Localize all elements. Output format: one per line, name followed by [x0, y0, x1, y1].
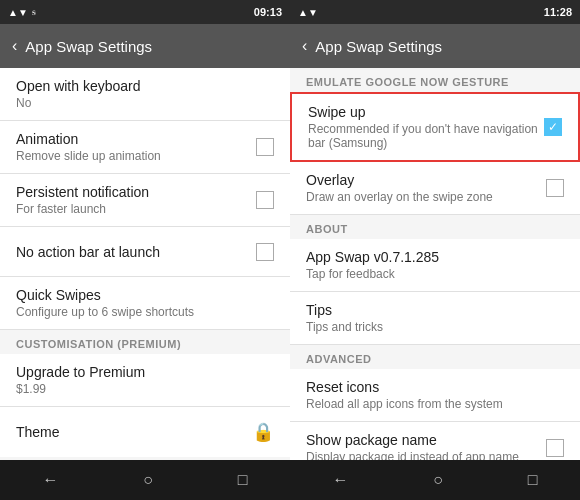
left-back-nav[interactable]: ←	[42, 471, 58, 489]
left-item-notification-subtitle: For faster launch	[16, 202, 256, 216]
left-item-notification-content: Persistent notification For faster launc…	[16, 184, 256, 216]
right-app-bar: ‹ App Swap Settings	[290, 24, 580, 68]
right-item-reset-icons-content: Reset icons Reload all app icons from th…	[306, 379, 564, 411]
left-settings-list: Open with keyboard No Animation Remove s…	[0, 68, 290, 460]
left-time: 09:13	[254, 6, 282, 18]
right-item-reset-icons-subtitle: Reload all app icons from the system	[306, 397, 564, 411]
left-app-bar: ‹ App Swap Settings	[0, 24, 290, 68]
signal-icon: ▲▼	[8, 7, 28, 18]
right-back-button[interactable]: ‹	[302, 37, 307, 55]
left-item-keyboard[interactable]: Open with keyboard No	[0, 68, 290, 121]
right-item-overlay[interactable]: Overlay Draw an overlay on the swipe zon…	[290, 162, 580, 215]
right-home-nav[interactable]: ○	[433, 471, 443, 489]
right-item-package-name-checkbox[interactable]	[546, 439, 564, 457]
right-item-appswap-version-title: App Swap v0.7.1.285	[306, 249, 564, 265]
left-section-premium: CUSTOMISATION (PREMIUM)	[0, 330, 290, 354]
left-item-quick-swipes-title: Quick Swipes	[16, 287, 274, 303]
right-item-overlay-subtitle: Draw an overlay on the swipe zone	[306, 190, 546, 204]
left-item-quick-swipes-subtitle: Configure up to 6 swipe shortcuts	[16, 305, 274, 319]
left-item-notification-checkbox[interactable]	[256, 191, 274, 209]
left-item-upgrade-content: Upgrade to Premium $1.99	[16, 364, 274, 396]
right-item-swipe-up-content: Swipe up Recommended if you don't have n…	[308, 104, 544, 150]
left-nav-bar: ← ○ □	[0, 460, 290, 500]
right-item-reset-icons[interactable]: Reset icons Reload all app icons from th…	[290, 369, 580, 422]
left-item-theme-content: Theme	[16, 424, 252, 440]
right-panel: ▲▼ 11:28 ‹ App Swap Settings EMULATE GOO…	[290, 0, 580, 500]
right-item-package-name-content: Show package name Display package id ins…	[306, 432, 546, 460]
right-item-tips-title: Tips	[306, 302, 564, 318]
right-item-package-name[interactable]: Show package name Display package id ins…	[290, 422, 580, 460]
right-item-overlay-content: Overlay Draw an overlay on the swipe zon…	[306, 172, 546, 204]
right-item-package-name-title: Show package name	[306, 432, 546, 448]
right-time: 11:28	[544, 6, 572, 18]
left-item-theme-title: Theme	[16, 424, 252, 440]
right-item-swipe-up-subtitle: Recommended if you don't have navigation…	[308, 122, 544, 150]
right-item-package-name-subtitle: Display package id instead of app name	[306, 450, 546, 460]
left-item-no-action-bar-checkbox[interactable]	[256, 243, 274, 261]
right-item-appswap-version-subtitle: Tap for feedback	[306, 267, 564, 281]
left-item-keyboard-title: Open with keyboard	[16, 78, 274, 94]
left-item-animation[interactable]: Animation Remove slide up animation	[0, 121, 290, 174]
left-home-nav[interactable]: ○	[143, 471, 153, 489]
sim-icon: ᵴ	[32, 6, 36, 18]
lock-icon: 🔒	[252, 421, 274, 443]
left-item-keyboard-content: Open with keyboard No	[16, 78, 274, 110]
right-item-tips[interactable]: Tips Tips and tricks	[290, 292, 580, 345]
left-item-animation-checkbox[interactable]	[256, 138, 274, 156]
right-item-swipe-up-checkbox[interactable]: ✓	[544, 118, 562, 136]
left-item-quick-swipes-content: Quick Swipes Configure up to 6 swipe sho…	[16, 287, 274, 319]
left-app-bar-title: App Swap Settings	[25, 38, 152, 55]
left-item-quick-swipes[interactable]: Quick Swipes Configure up to 6 swipe sho…	[0, 277, 290, 330]
right-status-bar: ▲▼ 11:28	[290, 0, 580, 24]
left-item-upgrade[interactable]: Upgrade to Premium $1.99	[0, 354, 290, 407]
left-status-bar: ▲▼ ᵴ 09:13	[0, 0, 290, 24]
right-section-emulate: EMULATE GOOGLE NOW GESTURE	[290, 68, 580, 92]
right-app-bar-title: App Swap Settings	[315, 38, 442, 55]
left-item-no-action-bar[interactable]: No action bar at launch	[0, 227, 290, 277]
right-status-left: ▲▼	[298, 7, 318, 18]
right-signal-icon: ▲▼	[298, 7, 318, 18]
right-item-swipe-up[interactable]: Swipe up Recommended if you don't have n…	[290, 92, 580, 162]
left-panel: ▲▼ ᵴ 09:13 ‹ App Swap Settings Open with…	[0, 0, 290, 500]
left-item-animation-content: Animation Remove slide up animation	[16, 131, 256, 163]
left-recent-nav[interactable]: □	[238, 471, 248, 489]
right-section-about: ABOUT	[290, 215, 580, 239]
left-back-button[interactable]: ‹	[12, 37, 17, 55]
right-item-tips-content: Tips Tips and tricks	[306, 302, 564, 334]
right-item-overlay-title: Overlay	[306, 172, 546, 188]
right-recent-nav[interactable]: □	[528, 471, 538, 489]
right-section-advanced: ADVANCED	[290, 345, 580, 369]
right-status-right: 11:28	[544, 6, 572, 18]
right-item-reset-icons-title: Reset icons	[306, 379, 564, 395]
left-item-keyboard-subtitle: No	[16, 96, 274, 110]
left-item-theme[interactable]: Theme 🔒	[0, 407, 290, 457]
right-item-swipe-up-title: Swipe up	[308, 104, 544, 120]
left-item-upgrade-title: Upgrade to Premium	[16, 364, 274, 380]
left-item-upgrade-subtitle: $1.99	[16, 382, 274, 396]
right-back-nav[interactable]: ←	[332, 471, 348, 489]
right-item-appswap-version-content: App Swap v0.7.1.285 Tap for feedback	[306, 249, 564, 281]
left-item-no-action-bar-content: No action bar at launch	[16, 244, 256, 260]
right-item-overlay-checkbox[interactable]	[546, 179, 564, 197]
right-item-tips-subtitle: Tips and tricks	[306, 320, 564, 334]
right-settings-list: EMULATE GOOGLE NOW GESTURE Swipe up Reco…	[290, 68, 580, 460]
right-item-appswap-version[interactable]: App Swap v0.7.1.285 Tap for feedback	[290, 239, 580, 292]
left-status-left: ▲▼ ᵴ	[8, 6, 36, 18]
left-item-animation-title: Animation	[16, 131, 256, 147]
right-nav-bar: ← ○ □	[290, 460, 580, 500]
left-item-animation-subtitle: Remove slide up animation	[16, 149, 256, 163]
left-status-right: 09:13	[254, 6, 282, 18]
left-item-notification[interactable]: Persistent notification For faster launc…	[0, 174, 290, 227]
left-item-notification-title: Persistent notification	[16, 184, 256, 200]
left-item-no-action-bar-title: No action bar at launch	[16, 244, 256, 260]
